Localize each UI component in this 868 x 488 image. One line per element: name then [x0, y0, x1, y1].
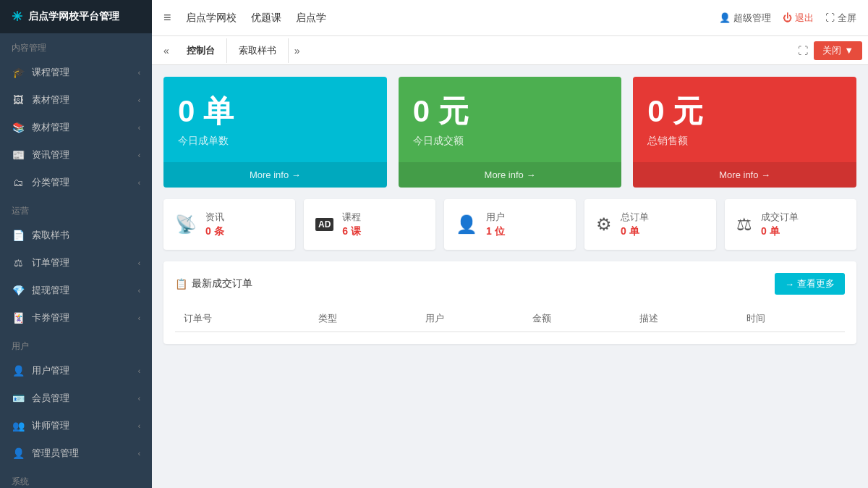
quick-stat-courses-info: 课程 6 课 [342, 211, 361, 238]
sidebar-item-courses[interactable]: 🎓 课程管理 ‹ [0, 59, 152, 86]
categories-icon: 🗂 [12, 177, 25, 188]
tabbar-prev-button[interactable]: « [158, 42, 175, 59]
col-description: 描述 [631, 306, 738, 332]
stat-label-2: 总销售额 [647, 135, 842, 148]
col-time: 时间 [738, 306, 845, 332]
fullscreen-button[interactable]: ⛶ 全屏 [825, 12, 856, 25]
user-label: 超级管理 [733, 12, 771, 25]
samples-icon: 📄 [12, 230, 25, 241]
sidebar-item-categories[interactable]: 🗂 分类管理 ‹ [0, 169, 152, 196]
tabbar: « 控制台 索取样书 » ⛶ 关闭 ▼ [152, 36, 868, 65]
quick-stat-courses[interactable]: AD 课程 6 课 [304, 199, 435, 250]
stat-footer-2[interactable]: More info → [633, 162, 856, 188]
stats-row: 0 单 今日成单数 More info → 0 元 今日成交额 More inf… [163, 77, 856, 188]
news-icon: 📰 [12, 149, 25, 161]
topnav-links: 启点学网校 优题课 启点学 [186, 12, 326, 25]
close-tab-button[interactable]: 关闭 ▼ [814, 41, 862, 60]
quick-stat-news-value: 0 条 [205, 225, 224, 238]
stat-label-1: 今日成交额 [413, 135, 608, 148]
sidebar-label-samples: 索取样书 [32, 229, 140, 242]
menu-toggle-button[interactable]: ≡ [163, 10, 171, 25]
quick-stat-total-orders-value: 0 单 [621, 225, 649, 238]
sidebar-item-instructors[interactable]: 👥 讲师管理 ‹ [0, 412, 152, 439]
stat-num-2: 0 元 [647, 91, 842, 132]
section-content-mgmt: 内容管理 [0, 33, 152, 59]
quick-stat-courses-name: 课程 [342, 211, 361, 224]
col-amount: 金额 [524, 306, 631, 332]
logout-label: 退出 [795, 12, 814, 25]
arrow-icon: ‹ [138, 259, 140, 267]
stat-card-orders-today: 0 单 今日成单数 More info → [163, 77, 387, 188]
sidebar-label-textbooks: 教材管理 [32, 121, 131, 134]
view-more-label: 查看更多 [797, 277, 835, 290]
arrow-icon: ‹ [138, 450, 140, 458]
sidebar-item-textbooks[interactable]: 📚 教材管理 ‹ [0, 114, 152, 141]
quick-stats-row: 📡 资讯 0 条 AD 课程 6 课 👤 用户 1 位 [163, 199, 856, 250]
sidebar-item-members[interactable]: 🪪 会员管理 ‹ [0, 384, 152, 412]
section-system: 系统 [0, 467, 152, 488]
arrow-icon: ‹ [138, 422, 140, 430]
sidebar-item-samples[interactable]: 📄 索取样书 [0, 222, 152, 249]
sidebar-label-instructors: 讲师管理 [32, 419, 131, 432]
quick-stat-completed-orders-value: 0 单 [761, 225, 799, 238]
stat-num-1: 0 元 [413, 91, 608, 132]
stat-footer-1[interactable]: More info → [399, 162, 622, 188]
stat-footer-0[interactable]: More info → [163, 162, 387, 188]
topnav-link-courses[interactable]: 优题课 [251, 12, 281, 25]
quick-stat-total-orders[interactable]: ⚙ 总订单 0 单 [584, 199, 716, 250]
tab-dashboard[interactable]: 控制台 [175, 38, 227, 63]
sidebar-item-user-mgmt[interactable]: 👤 用户管理 ‹ [0, 357, 152, 384]
sidebar-item-news[interactable]: 📰 资讯管理 ‹ [0, 141, 152, 169]
orders-title-text: 最新成交订单 [192, 277, 252, 290]
quick-stat-completed-orders-icon: ⚖ [736, 214, 752, 235]
courses-icon: 🎓 [12, 67, 25, 78]
sidebar-label-news: 资讯管理 [32, 148, 131, 161]
logo-icon: ✳ [12, 9, 22, 25]
expand-icon[interactable]: ⛶ [798, 45, 808, 56]
quick-stat-completed-orders[interactable]: ⚖ 成交订单 0 单 [725, 199, 856, 250]
stat-card-body-2: 0 元 总销售额 [633, 77, 856, 162]
orders-title-icon: 📋 [175, 278, 187, 290]
arrow-icon: ‹ [138, 367, 140, 375]
quick-stat-news[interactable]: 📡 资讯 0 条 [163, 199, 295, 250]
sidebar-label-user-mgmt: 用户管理 [32, 364, 131, 377]
orders-table-header-row: 订单号 类型 用户 金额 描述 时间 [175, 306, 845, 332]
stat-card-body-1: 0 元 今日成交额 [399, 77, 622, 162]
quick-stat-courses-value: 6 课 [342, 225, 361, 238]
sidebar-label-withdrawals: 提现管理 [32, 284, 131, 297]
tabbar-next-button[interactable]: » [289, 42, 306, 59]
user-mgmt-icon: 👤 [12, 365, 25, 376]
user-icon: 👤 [719, 12, 731, 23]
sidebar-label-courses: 课程管理 [32, 66, 131, 79]
arrow-icon: ‹ [138, 287, 140, 295]
materials-icon: 🖼 [12, 94, 25, 106]
sidebar-item-orders[interactable]: ⚖ 订单管理 ‹ [0, 249, 152, 277]
quick-stat-users-info: 用户 1 位 [486, 211, 505, 238]
topnav-link-qidian[interactable]: 启点学 [296, 12, 326, 25]
sidebar-item-materials[interactable]: 🖼 素材管理 ‹ [0, 86, 152, 114]
quick-stat-news-icon: 📡 [175, 214, 197, 235]
col-order-num: 订单号 [175, 306, 310, 332]
topnav-right: 👤 超级管理 ⏻ 退出 ⛶ 全屏 [719, 12, 856, 25]
view-more-arrow-icon: → [785, 279, 794, 290]
stat-card-body-0: 0 单 今日成单数 [163, 77, 387, 162]
topnav-user: 👤 超级管理 [719, 12, 771, 25]
tab-samples[interactable]: 索取样书 [227, 38, 289, 63]
quick-stat-total-orders-info: 总订单 0 单 [621, 211, 649, 238]
sidebar-label-members: 会员管理 [32, 392, 131, 405]
main-content: 0 单 今日成单数 More info → 0 元 今日成交额 More inf… [152, 65, 868, 488]
arrow-icon: ‹ [138, 395, 140, 403]
sidebar-item-withdrawals[interactable]: 💎 提现管理 ‹ [0, 277, 152, 304]
sidebar-item-coupons[interactable]: 🃏 卡券管理 ‹ [0, 304, 152, 332]
main-area: ≡ 启点学网校 优题课 启点学 👤 超级管理 ⏻ 退出 ⛶ 全屏 « 控制台 索… [152, 0, 868, 488]
sidebar-item-admins[interactable]: 👤 管理员管理 ‹ [0, 439, 152, 467]
logout-button[interactable]: ⏻ 退出 [783, 12, 814, 25]
quick-stat-users[interactable]: 👤 用户 1 位 [444, 199, 576, 250]
view-more-button[interactable]: → 查看更多 [775, 273, 845, 295]
quick-stat-news-info: 资讯 0 条 [205, 211, 224, 238]
sidebar-label-orders: 订单管理 [32, 256, 131, 269]
topnav-link-school[interactable]: 启点学网校 [186, 12, 237, 25]
fullscreen-icon: ⛶ [825, 12, 835, 23]
orders-table: 订单号 类型 用户 金额 描述 时间 [175, 306, 845, 332]
quick-stat-completed-orders-name: 成交订单 [761, 211, 799, 224]
